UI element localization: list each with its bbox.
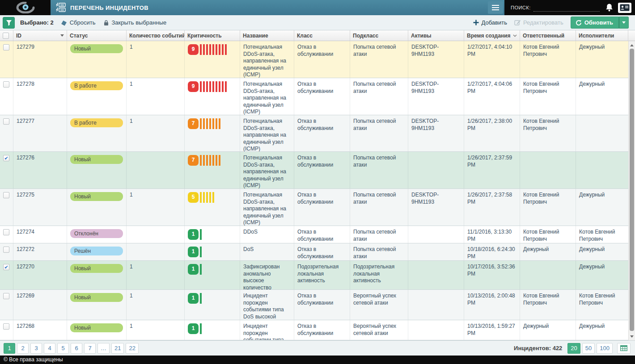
cell-criticality: 1	[185, 226, 240, 243]
page-button-2[interactable]: 2	[17, 343, 29, 354]
close-selected-button[interactable]: Закрыть выбранные	[103, 19, 166, 26]
incident-row-127274[interactable]: 127274Отклонён1DDoSОтказ в обслуживанииП…	[0, 226, 628, 243]
column-header-label: Активы	[411, 33, 432, 39]
criticality-stripe	[212, 118, 214, 129]
row-checkbox[interactable]	[3, 229, 9, 235]
column-header-ID[interactable]: ID	[13, 30, 67, 41]
table-header: IDСтатусКоличество событийКритичностьНаз…	[0, 30, 635, 41]
incident-row-127275[interactable]: 127275Новый15Потенциальная DDoS-атака, н…	[0, 189, 628, 226]
incident-row-127277[interactable]: 127277В работе17Потенциальная DDoS-атака…	[0, 115, 628, 152]
column-menu-icon[interactable]	[60, 34, 64, 37]
incident-row-127276[interactable]: ✔127276Новый7Потенциальная DDoS-атака, н…	[0, 152, 628, 189]
column-header-Название[interactable]: Название	[240, 30, 294, 41]
incident-row-127269[interactable]: 127269Новый11Инцидент порожден событиями…	[0, 290, 628, 320]
criticality-stripe	[203, 155, 205, 166]
app-logo[interactable]	[0, 0, 51, 15]
row-checkbox[interactable]: ✔	[3, 264, 9, 270]
scrollbar-thumb[interactable]	[630, 49, 634, 331]
scroll-up-button[interactable]	[629, 42, 635, 48]
page-size-button-50[interactable]: 50	[582, 343, 595, 354]
select-all-checkbox[interactable]	[3, 33, 9, 39]
cell-status: Новый	[67, 41, 127, 78]
add-button-label: Добавить	[481, 19, 507, 26]
column-header-Критичность[interactable]: Критичность	[185, 30, 240, 41]
row-select-cell	[0, 41, 13, 78]
page-button-1[interactable]: 1	[4, 343, 15, 354]
cell-id: 127274	[13, 226, 67, 243]
row-checkbox[interactable]	[3, 323, 9, 330]
refresh-button[interactable]: Обновить	[571, 17, 619, 29]
criticality-indicator: 1	[188, 264, 237, 275]
row-checkbox[interactable]	[3, 118, 9, 125]
cell-class: Отказ в обслуживании	[294, 189, 350, 226]
criticality-stripe	[206, 155, 208, 166]
user-account-button[interactable]	[618, 3, 631, 13]
column-header-Время создания[interactable]: Время создания	[464, 30, 520, 41]
cell-subclass: Попытка сетевой атаки	[350, 243, 408, 260]
column-header-Подкласс[interactable]: Подкласс	[350, 30, 408, 41]
column-header-Активы[interactable]: Активы	[408, 30, 464, 41]
column-header-Исполнители[interactable]: Исполнители	[576, 30, 628, 41]
column-header-Класс[interactable]: Класс	[294, 30, 350, 41]
arrow-up-icon	[630, 44, 634, 46]
cell-created: 10/13/2016, 1:59:27 PM	[464, 320, 520, 340]
row-checkbox[interactable]	[3, 293, 9, 299]
grid-settings-button[interactable]	[617, 343, 631, 354]
edit-button[interactable]: Редактировать	[514, 19, 563, 26]
page-button-6[interactable]: 6	[71, 343, 82, 354]
select-all-cell	[0, 30, 13, 41]
incident-row-127279[interactable]: 127279Новый19Потенциальная DDoS-атака, н…	[0, 41, 628, 78]
criticality-stripe	[200, 192, 202, 203]
row-checkbox[interactable]: ✔	[3, 155, 9, 161]
column-header-label: ID	[16, 33, 21, 39]
criticality-indicator: 9	[188, 81, 237, 92]
cell-executors: Дежурный	[576, 320, 628, 340]
notifications-bell-icon[interactable]	[605, 3, 614, 12]
column-header-Количество событий[interactable]: Количество событий	[127, 30, 185, 41]
column-header-Ответственный[interactable]: Ответственный	[520, 30, 576, 41]
page-button-22[interactable]: 22	[126, 343, 138, 354]
incident-row-127272[interactable]: 127272Решён1DoSОтказ в обслуживанииПопыт…	[0, 243, 628, 261]
page-button-7[interactable]: 7	[84, 343, 96, 354]
page-button-21[interactable]: 21	[111, 343, 124, 354]
status-badge: Отклонён	[70, 229, 123, 238]
reset-button[interactable]: Сбросить	[61, 19, 96, 26]
cell-event-count: 1	[127, 261, 185, 289]
cell-id: 127278	[13, 78, 67, 115]
menu-button[interactable]	[488, 1, 503, 14]
cell-id: 127279	[13, 41, 67, 78]
cell-executors: Котов Евгений Петрович	[576, 290, 628, 320]
incident-row-127278[interactable]: 127278В работе19Потенциальная DDoS-атака…	[0, 78, 628, 115]
incident-row-127270[interactable]: ✔127270Новый11Зафиксирован аномально выс…	[0, 261, 628, 290]
incident-row-127268[interactable]: 127268Новый11Инцидент порожден событиями…	[0, 320, 628, 340]
cell-class: Отказ в обслуживании	[294, 152, 350, 188]
criticality-stripe	[219, 118, 220, 129]
page-size-button-100[interactable]: 100	[597, 343, 613, 354]
column-header-Статус[interactable]: Статус	[67, 30, 127, 41]
lock-icon	[103, 20, 109, 26]
vertical-scrollbar[interactable]	[628, 41, 635, 340]
add-button[interactable]: Добавить	[473, 19, 507, 26]
refresh-dropdown-button[interactable]	[619, 17, 629, 29]
page-size-button-20[interactable]: 20	[567, 343, 580, 354]
page-button-4[interactable]: 4	[44, 343, 55, 354]
cell-assets: DESKTOP-9HM1193	[408, 78, 464, 115]
page-button-5[interactable]: 5	[57, 343, 69, 354]
cell-executors: Дежурный	[576, 78, 628, 115]
cell-responsible	[520, 152, 576, 188]
row-checkbox[interactable]	[3, 81, 9, 88]
scroll-down-button[interactable]	[629, 333, 635, 339]
row-checkbox[interactable]	[3, 247, 9, 253]
status-badge: Новый	[70, 155, 123, 164]
row-checkbox[interactable]	[3, 44, 9, 50]
cell-event-count: 1	[127, 189, 185, 226]
cell-criticality: 1	[185, 243, 240, 260]
page-button-3[interactable]: 3	[30, 343, 42, 354]
search-input[interactable]	[533, 4, 600, 12]
filter-button[interactable]	[3, 17, 15, 29]
cell-name: DDoS	[240, 226, 294, 243]
column-header-label: Класс	[297, 33, 313, 39]
column-header-label: Подкласс	[353, 33, 378, 39]
page-ellipsis-button[interactable]: …	[97, 343, 110, 354]
row-checkbox[interactable]	[3, 192, 9, 198]
